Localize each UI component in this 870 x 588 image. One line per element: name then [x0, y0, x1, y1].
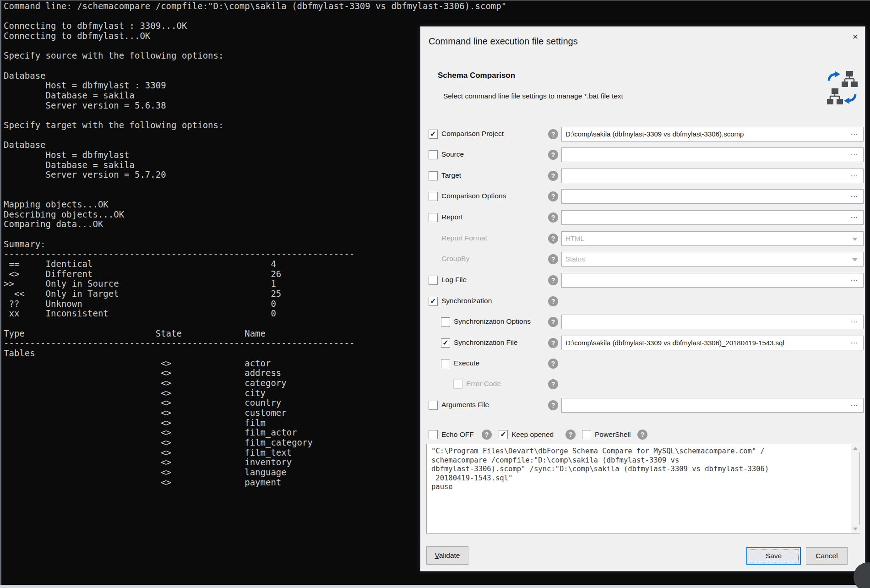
dialog-title: Command line execution file settings	[429, 36, 578, 47]
browse-icon[interactable]: …	[850, 169, 859, 179]
row-error-code: ✓ Error Code ?	[420, 377, 865, 392]
help-icon[interactable]: ?	[637, 430, 647, 440]
browse-icon[interactable]: …	[850, 190, 859, 199]
comparison-project-input[interactable]: D:\comp\sakila (dbfmylast-3309 vs dbfmyl…	[561, 127, 864, 142]
synchronization-file-value: D:\comp\sakila (dbfmylast-3309 vs dbfmyl…	[566, 339, 784, 347]
synchronization-options-checkbox[interactable]: ✓	[441, 317, 450, 327]
chevron-down-icon	[852, 258, 858, 261]
help-icon[interactable]: ?	[566, 430, 576, 440]
row-comparison-project: ✓ Comparison Project ? D:\comp\sakila (d…	[420, 127, 865, 142]
report-format-label: Report Format	[441, 234, 487, 242]
log-file-checkbox[interactable]: ✓	[429, 276, 438, 285]
check-icon: ✓	[441, 339, 450, 347]
chevron-down-icon	[852, 238, 858, 241]
arguments-file-input[interactable]: …	[561, 398, 864, 413]
help-icon[interactable]: ?	[548, 129, 558, 139]
help-icon[interactable]: ?	[548, 171, 558, 181]
help-icon[interactable]: ?	[482, 430, 492, 440]
arguments-file-checkbox[interactable]: ✓	[429, 401, 438, 410]
browse-icon[interactable]: …	[850, 399, 859, 408]
synchronization-checkbox[interactable]: ✓	[429, 297, 438, 306]
target-label: Target	[441, 171, 461, 180]
powershell-checkbox[interactable]: ✓	[582, 430, 591, 439]
scroll-down-icon[interactable]	[851, 525, 860, 533]
help-icon[interactable]: ?	[548, 317, 558, 327]
row-comparison-options: ✓ Comparison Options ? …	[420, 189, 865, 204]
schema-comparison-icon	[826, 70, 858, 107]
row-log-file: ✓ Log File ? …	[420, 273, 865, 288]
log-file-label: Log File	[441, 276, 467, 284]
report-input[interactable]: …	[561, 210, 864, 225]
comparison-project-checkbox[interactable]: ✓	[429, 130, 438, 139]
bat-text-content: "C:\Program Files\Devart\dbForge Schema …	[431, 447, 769, 492]
comparison-options-input[interactable]: …	[561, 189, 864, 204]
check-icon: ✓	[429, 130, 437, 138]
comparison-project-value: D:\comp\sakila (dbfmylast-3309 vs dbfmyl…	[566, 130, 744, 138]
cancel-button[interactable]: Cancel	[806, 547, 848, 565]
scrollbar[interactable]	[851, 444, 859, 533]
synchronization-options-label: Synchronization Options	[454, 317, 531, 326]
close-icon[interactable]: ×	[850, 31, 861, 42]
row-report-format: Report Format ? HTML	[420, 231, 865, 246]
help-icon[interactable]: ?	[548, 296, 558, 306]
browse-icon[interactable]: …	[850, 148, 859, 158]
help-icon[interactable]: ?	[548, 191, 558, 201]
check-icon: ✓	[499, 430, 507, 439]
row-synchronization: ✓ Synchronization ?	[420, 294, 865, 309]
synchronization-options-input[interactable]: …	[561, 315, 864, 329]
synchronization-file-checkbox[interactable]: ✓	[441, 338, 450, 348]
report-checkbox[interactable]: ✓	[429, 213, 438, 222]
bat-text-area[interactable]: "C:\Program Files\Devart\dbForge Schema …	[426, 444, 860, 534]
execute-checkbox[interactable]: ✓	[441, 359, 450, 368]
window-top-edge	[0, 0, 870, 1]
comparison-options-checkbox[interactable]: ✓	[429, 192, 438, 201]
source-checkbox[interactable]: ✓	[429, 150, 438, 159]
synchronization-label: Synchronization	[441, 297, 492, 305]
row-synchronization-file: ✓ Synchronization File ? D:\comp\sakila …	[420, 336, 865, 350]
arguments-file-label: Arguments File	[441, 401, 489, 409]
help-icon[interactable]: ?	[548, 150, 558, 160]
save-button[interactable]: Save	[746, 547, 801, 565]
log-file-input[interactable]: …	[561, 273, 864, 288]
report-label: Report	[441, 213, 463, 221]
command-line-settings-dialog: Command line execution file settings × S…	[420, 26, 865, 572]
comparison-options-label: Comparison Options	[441, 192, 506, 200]
help-icon[interactable]: ?	[548, 212, 558, 223]
report-format-select[interactable]: HTML	[561, 231, 864, 246]
row-target: ✓ Target ? …	[420, 169, 865, 183]
row-report: ✓ Report ? …	[420, 210, 865, 225]
help-icon[interactable]: ?	[548, 338, 558, 348]
browse-icon[interactable]: …	[850, 211, 859, 220]
help-icon[interactable]: ?	[548, 359, 558, 369]
echo-off-checkbox[interactable]: ✓	[429, 430, 438, 439]
help-icon[interactable]: ?	[548, 275, 558, 285]
comparison-project-label: Comparison Project	[441, 130, 504, 138]
browse-icon[interactable]: …	[850, 274, 859, 283]
section-title: Schema Comparison	[438, 71, 515, 80]
check-icon: ✓	[429, 297, 437, 305]
browse-icon[interactable]: …	[850, 316, 859, 325]
window-left-edge	[0, 0, 1, 588]
keep-opened-checkbox[interactable]: ✓	[499, 430, 508, 439]
help-icon[interactable]: ?	[548, 254, 558, 264]
echo-off-label: Echo OFF	[441, 430, 474, 439]
validate-button[interactable]: Validate	[426, 546, 468, 565]
source-input[interactable]: …	[561, 147, 864, 162]
report-format-value: HTML	[566, 234, 584, 242]
groupby-label: GroupBy	[441, 255, 469, 263]
browse-icon[interactable]: …	[850, 128, 859, 137]
row-synchronization-options: ✓ Synchronization Options ? …	[420, 315, 865, 329]
synchronization-file-input[interactable]: D:\comp\sakila (dbfmylast-3309 vs dbfmyl…	[561, 336, 864, 350]
target-checkbox[interactable]: ✓	[429, 171, 438, 180]
groupby-select[interactable]: Status	[561, 252, 864, 267]
scroll-up-icon[interactable]	[851, 444, 860, 452]
help-icon[interactable]: ?	[548, 234, 558, 244]
row-arguments-file: ✓ Arguments File ? …	[420, 398, 865, 413]
row-groupby: GroupBy ? Status	[420, 252, 865, 267]
error-code-checkbox: ✓	[453, 380, 462, 389]
help-icon[interactable]: ?	[548, 400, 558, 410]
help-icon[interactable]: ?	[548, 379, 558, 389]
target-input[interactable]: …	[561, 169, 864, 183]
error-code-label: Error Code	[466, 380, 501, 388]
browse-icon[interactable]: …	[850, 337, 859, 346]
